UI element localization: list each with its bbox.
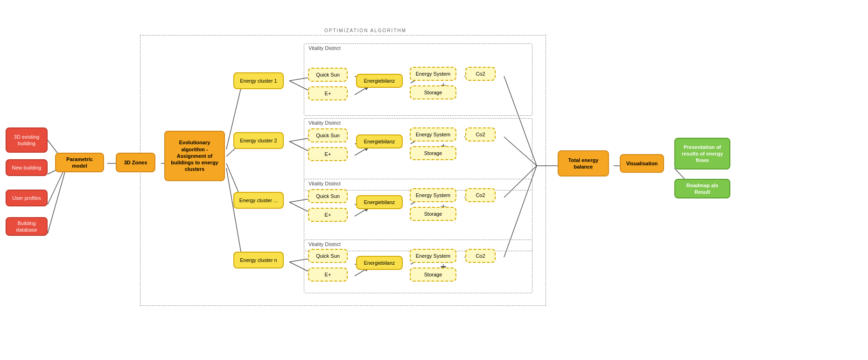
- eb2-node: Energiebilanz: [356, 134, 403, 148]
- eb4-node: Energiebilanz: [356, 256, 403, 270]
- visualisation-node: Visualisation: [620, 154, 664, 173]
- qs1-node: Quick Sun: [308, 68, 348, 82]
- st4-node: Storage: [410, 268, 456, 282]
- total-energy-node: Total energy balance: [558, 150, 609, 176]
- svg-line-2: [48, 167, 65, 205]
- parametric-model-node: Parametric model: [55, 153, 104, 172]
- svg-line-3: [48, 170, 65, 233]
- st2-node: Storage: [410, 146, 456, 160]
- evolutionary-node: Evolutionary algorithm - Assignment of b…: [164, 131, 225, 181]
- new-building-node: New building: [6, 159, 48, 176]
- ep3-node: E+: [308, 208, 348, 222]
- building-database-node: Building database: [6, 217, 48, 236]
- existing-building-node: 3D existing building: [6, 127, 48, 153]
- co22-node: Co2: [465, 127, 496, 141]
- st1-node: Storage: [410, 85, 456, 99]
- es2-node: Energy System: [410, 127, 456, 141]
- eb3-node: Energiebilanz: [356, 195, 403, 209]
- ep2-node: E+: [308, 147, 348, 161]
- ep4-node: E+: [308, 268, 348, 282]
- district-label-3: Vitality District: [308, 181, 341, 186]
- co23-node: Co2: [465, 188, 496, 202]
- zones-3d-node: 3D Zones: [116, 153, 155, 172]
- qs2-node: Quick Sun: [308, 128, 348, 142]
- district-box-4: [304, 240, 532, 293]
- presentation-node: Presentation of results of energy flows: [674, 138, 730, 169]
- cluster3-node: Energy cluster ...: [233, 192, 284, 209]
- es4-node: Energy System: [410, 249, 456, 263]
- cluster4-node: Energy cluster n: [233, 252, 284, 268]
- st3-node: Storage: [410, 207, 456, 221]
- qs3-node: Quick Sun: [308, 189, 348, 203]
- es3-node: Energy System: [410, 188, 456, 202]
- qs4-node: Quick Sun: [308, 249, 348, 263]
- district-label-4: Vitality District: [308, 241, 341, 247]
- district-label-1: Vitality District: [308, 45, 341, 51]
- co21-node: Co2: [465, 67, 496, 81]
- optimization-label: OPTIMIZATION ALGORITHM: [324, 28, 406, 33]
- district-label-2: Vitality District: [308, 120, 341, 126]
- ep1-node: E+: [308, 86, 348, 100]
- cluster1-node: Energy cluster 1: [233, 72, 284, 89]
- cluster2-node: Energy cluster 2: [233, 132, 284, 149]
- es1-node: Energy System: [410, 67, 456, 81]
- user-profiles-node: User profiles: [6, 190, 48, 206]
- co24-node: Co2: [465, 249, 496, 263]
- roadmap-node: Roadmap als Result: [674, 179, 730, 198]
- eb1-node: Energiebilanz: [356, 74, 403, 88]
